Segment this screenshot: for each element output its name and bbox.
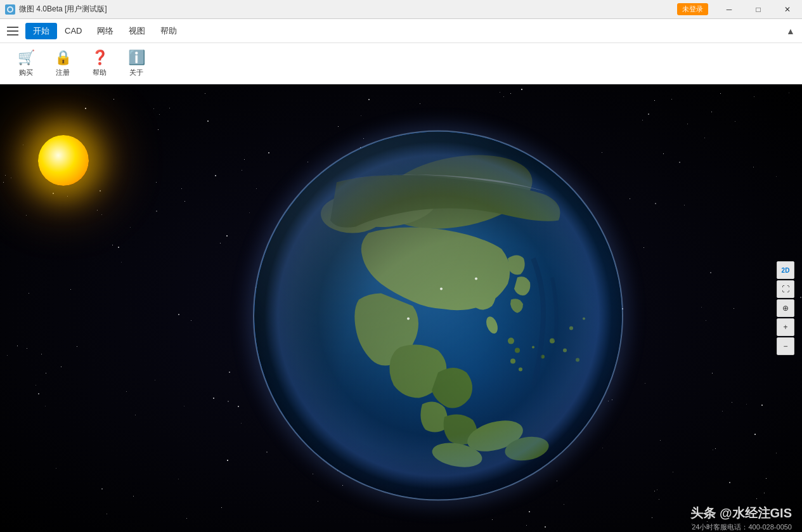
register-icon: 🔒 <box>55 49 72 66</box>
target-button[interactable]: ⊕ <box>777 299 794 317</box>
title-bar: 微图 4.0Beta [用户测试版] 未登录 ─ □ ✕ <box>0 0 802 19</box>
svg-point-1 <box>8 8 12 11</box>
earth-svg <box>254 132 622 500</box>
menu-start[interactable]: 开始 <box>25 23 57 39</box>
zoom-out-button[interactable]: − <box>777 337 794 355</box>
side-controls: 2D ⛶ ⊕ + − <box>777 261 794 355</box>
title-bar-right: 未登录 ─ □ ✕ <box>677 0 802 19</box>
login-button[interactable]: 未登录 <box>677 3 708 15</box>
fullscreen-button[interactable]: ⛶ <box>777 280 794 298</box>
buy-label: 购买 <box>19 68 33 77</box>
2d-button[interactable]: 2D <box>777 261 794 279</box>
help-icon: ❓ <box>91 49 108 66</box>
menu-bar: 开始 CAD 网络 视图 帮助 ▲ <box>0 19 802 43</box>
zoom-in-button[interactable]: + <box>777 318 794 336</box>
svg-point-23 <box>254 132 622 500</box>
about-icon: ℹ️ <box>128 49 145 66</box>
hamburger-line1 <box>7 27 18 28</box>
watermark-text: 头条 @水经注GIS <box>690 505 792 522</box>
sun <box>38 135 89 186</box>
register-label: 注册 <box>56 68 70 77</box>
toolbar-register[interactable]: 🔒 注册 <box>47 47 79 80</box>
menu-view[interactable]: 视图 <box>121 23 153 39</box>
close-button[interactable]: ✕ <box>773 0 802 19</box>
title-bar-left: 微图 4.0Beta [用户测试版] <box>0 4 107 15</box>
help-label: 帮助 <box>93 68 107 77</box>
menu-help[interactable]: 帮助 <box>153 23 184 39</box>
svg-point-26 <box>407 318 410 320</box>
svg-point-24 <box>440 288 443 290</box>
earth-globe <box>254 132 622 500</box>
hamburger-line2 <box>7 30 18 32</box>
toolbar-about[interactable]: ℹ️ 关于 <box>120 47 152 80</box>
toolbar-buy[interactable]: 🛒 购买 <box>10 47 42 80</box>
menu-cad[interactable]: CAD <box>57 23 89 38</box>
minimize-button[interactable]: ─ <box>715 0 744 19</box>
toolbar-help[interactable]: ❓ 帮助 <box>84 47 115 80</box>
about-label: 关于 <box>129 68 143 77</box>
restore-button[interactable]: □ <box>744 0 773 19</box>
buy-icon: 🛒 <box>18 49 35 66</box>
hamburger-menu[interactable] <box>3 21 23 41</box>
menu-collapse-button[interactable]: ▲ <box>782 22 799 40</box>
svg-point-25 <box>475 278 477 280</box>
app-title: 微图 4.0Beta [用户测试版] <box>19 4 107 15</box>
app-icon <box>5 4 15 15</box>
toolbar: 🛒 购买 🔒 注册 ❓ 帮助 ℹ️ 关于 <box>0 43 802 84</box>
watermark-subtext: 24小时客服电话：400-028-0050 <box>692 522 792 532</box>
menu-network[interactable]: 网络 <box>89 23 121 39</box>
earth-container <box>254 132 622 500</box>
hamburger-line3 <box>7 34 18 36</box>
main-view[interactable]: 2D ⛶ ⊕ + − 头条 @水经注GIS 24小时客服电话：400-028-0… <box>0 84 802 532</box>
